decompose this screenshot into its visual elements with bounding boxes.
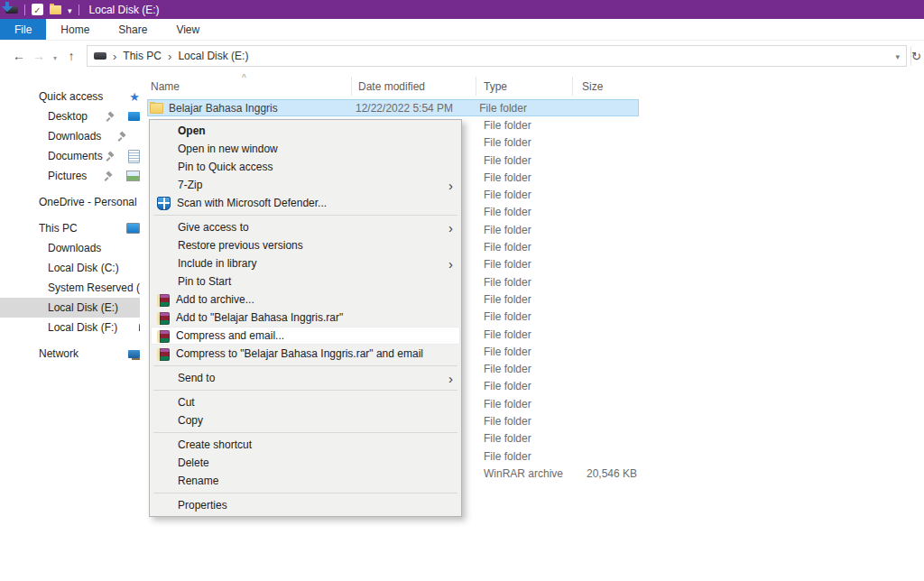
context-menu-item[interactable]: Restore previous versions [151,236,460,254]
menu-item-icon [157,475,171,488]
context-menu-item[interactable]: Give access to [151,218,460,236]
context-menu-item[interactable]: Compress and email... [151,327,460,345]
menu-item-icon [157,275,171,289]
sidebar-item-icon [18,221,32,235]
breadcrumb-chevron-icon[interactable] [168,50,171,63]
sidebar-item[interactable]: Quick access [0,87,140,106]
menu-item-icon [157,197,171,210]
context-menu-item[interactable]: Pin to Quick access [151,158,460,176]
up-button-icon[interactable] [61,49,81,63]
context-menu-item[interactable]: Create shortcut [151,436,460,454]
menu-item-label: Delete [178,456,209,469]
address-bar[interactable]: This PC Local Disk (E:) [87,45,907,67]
context-menu-item[interactable]: Properties [151,496,460,514]
menu-item-icon [157,330,170,343]
menu-item-label: Send to [178,372,215,384]
context-menu-item[interactable]: Include in library [151,254,460,272]
pin-icon [106,152,116,161]
context-menu-item[interactable] [153,432,457,433]
sidebar-item[interactable]: Desktop [0,106,140,126]
context-menu-item[interactable]: Copy [151,411,460,429]
menu-item-label: Pin to Start [178,275,231,288]
titlebar: Local Disk (E:) [0,0,924,19]
context-menu-item[interactable]: Compress to "Belajar Bahasa Inggris.rar"… [151,345,460,363]
column-header-date-modified[interactable]: Date modified [352,77,476,96]
file-date-cell: 12/22/2022 5:54 PM [349,102,472,115]
recent-locations-chevron-icon[interactable] [49,49,61,63]
column-header-type[interactable]: Type [476,77,573,96]
column-header-row: Name Date modified Type Size [147,77,645,96]
forward-button-icon[interactable] [29,49,49,63]
context-menu-item[interactable]: Rename [151,472,460,490]
file-type-cell: WinRAR archive [476,467,573,480]
file-row[interactable]: Belajar Bahasa Inggris 12/22/2022 5:54 P… [147,99,639,116]
tab-view[interactable]: View [162,19,214,40]
context-menu-item[interactable]: Add to "Belajar Bahasa Inggris.rar" [151,309,460,327]
menu-item-label: Compress to "Belajar Bahasa Inggris.rar"… [176,347,423,360]
pin-icon [118,132,127,142]
sidebar-item-icon [18,346,32,361]
tab-home[interactable]: Home [46,19,104,40]
context-menu-item[interactable]: Scan with Microsoft Defender... [151,194,460,212]
menu-item-icon [157,396,171,410]
menu-item-label: Properties [178,499,227,512]
sidebar-item-label: Pictures [48,170,87,182]
context-menu-item[interactable]: 7-Zip [151,176,460,194]
context-menu-item[interactable] [153,215,457,216]
breadcrumb-local-disk-e[interactable]: Local Disk (E:) [178,50,248,62]
context-menu-item[interactable] [153,493,457,493]
menu-item-label: Compress and email... [176,329,284,342]
sidebar-item[interactable]: Downloads [0,238,140,258]
new-folder-button-icon[interactable] [50,5,61,14]
sidebar-item-label: Local Disk (F:) [48,321,117,334]
sidebar-item-label: Downloads [48,242,101,254]
context-menu-item[interactable]: Send to [151,369,460,387]
pin-icon [105,171,114,181]
sidebar-item[interactable]: System Reserved (D [0,278,140,298]
address-dropdown-chevron-icon[interactable] [895,50,900,62]
context-menu-item[interactable]: Add to archive... [151,290,460,309]
menu-item-icon [157,239,171,253]
sidebar-item-label: OneDrive - Personal [39,196,137,208]
file-type-cell: File folder [476,258,573,271]
sidebar-item[interactable]: Local Disk (F:) [0,318,140,337]
submenu-arrow-icon [448,371,453,386]
column-header-name[interactable]: Name [147,77,352,96]
quick-access-toolbar [5,4,79,16]
context-menu-item[interactable]: Pin to Start [151,272,460,290]
context-menu-item[interactable]: Open [151,122,460,140]
drive-icon [94,52,106,60]
menu-item-label: Give access to [178,221,249,234]
properties-button-icon[interactable] [32,4,43,15]
sidebar-item[interactable]: Downloads [0,126,140,146]
sidebar-item[interactable]: Pictures [0,166,140,186]
context-menu-item[interactable]: Cut [151,393,460,411]
sidebar-item-icon [27,109,42,124]
sidebar-item[interactable]: Local Disk (C:) [0,258,140,278]
context-menu-item[interactable]: Delete [151,454,460,472]
refresh-button-icon[interactable] [911,50,924,63]
sidebar-item-label: Downloads [48,130,101,143]
sidebar-item[interactable]: OneDrive - Personal [0,192,140,212]
context-menu-item[interactable] [153,365,457,366]
sidebar-item-label: Network [39,347,79,360]
menu-item-icon [157,143,171,156]
back-button-icon[interactable] [9,49,29,63]
submenu-arrow-icon [448,256,453,272]
context-menu-item[interactable]: Open in new window [151,140,460,158]
tab-file[interactable]: File [0,19,46,40]
breadcrumb-chevron-icon[interactable] [113,50,116,63]
breadcrumb-this-pc[interactable]: This PC [123,50,162,62]
sidebar-item-icon [27,300,42,315]
context-menu-item[interactable] [153,390,457,391]
sidebar-item[interactable]: Network [0,344,140,364]
customize-toolbar-chevron-icon[interactable] [68,4,72,16]
sidebar-item[interactable]: This PC [0,218,140,238]
sidebar-item[interactable]: Documents [0,146,140,166]
tab-share[interactable]: Share [104,19,162,40]
column-header-size[interactable]: Size [573,77,645,96]
toolbar-divider [24,5,25,15]
menu-item-icon [157,179,171,192]
menu-item-icon [157,414,171,428]
sidebar-item[interactable]: Local Disk (E:) [0,298,140,318]
